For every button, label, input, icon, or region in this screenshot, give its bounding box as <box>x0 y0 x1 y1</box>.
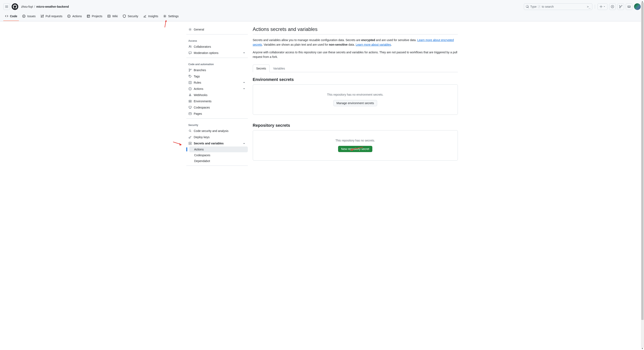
annotation-arrow-new-secret <box>349 146 364 152</box>
svg-point-16 <box>190 96 191 96</box>
tab-projects[interactable]: Projects <box>85 12 104 21</box>
tab-secrets[interactable]: Secrets <box>253 64 270 72</box>
svg-point-6 <box>164 16 166 17</box>
sidebar-sub-label: Actions <box>194 148 204 151</box>
tab-label: Insights <box>148 14 158 18</box>
tab-pull-requests[interactable]: Pull requests <box>39 12 64 21</box>
tab-label: Settings <box>168 14 179 18</box>
tab-wiki[interactable]: Wiki <box>106 12 119 21</box>
description-2: Anyone with collaborator access to this … <box>253 50 458 59</box>
issues-button[interactable] <box>609 3 616 10</box>
key-icon <box>188 136 192 139</box>
tab-actions[interactable]: Actions <box>66 12 84 21</box>
env-empty-text: This repository has no environment secre… <box>327 93 384 96</box>
sidebar-item-code-security[interactable]: Code security and analysis <box>186 128 248 134</box>
sidebar-item-secrets-variables[interactable]: Secrets and variables <box>186 140 248 146</box>
tab-label: Wiki <box>112 14 118 18</box>
sidebar-sub-actions[interactable]: Actions <box>189 146 248 152</box>
tab-label: Issues <box>27 14 36 18</box>
pr-icon <box>40 14 44 18</box>
server-icon <box>188 100 192 103</box>
code-icon <box>5 14 8 18</box>
breadcrumb-sep: / <box>34 5 35 8</box>
webhook-icon <box>188 93 192 97</box>
sidebar-heading-security: Security <box>186 120 248 128</box>
sidebar-sub-label: Dependabot <box>194 159 210 163</box>
tab-label: Code <box>10 14 17 18</box>
sidebar-item-label: Webhooks <box>194 93 208 97</box>
sidebar-item-label: Deploy keys <box>194 136 210 139</box>
sidebar-item-label: Code security and analysis <box>194 129 228 132</box>
svg-point-1 <box>612 6 613 7</box>
svg-rect-20 <box>189 106 191 108</box>
svg-rect-5 <box>87 15 90 18</box>
search-key: / <box>538 5 540 8</box>
svg-point-9 <box>189 69 190 70</box>
sidebar-item-codespaces[interactable]: Codespaces <box>186 104 248 110</box>
annotation-arrow-secrets <box>173 141 183 146</box>
github-logo[interactable] <box>12 3 18 10</box>
sidebar-item-moderation[interactable]: Moderation options <box>186 50 248 56</box>
repository-secrets-box: This repository has no secrets. New repo… <box>253 130 458 160</box>
tab-label: Projects <box>92 14 102 18</box>
sidebar-item-webhooks[interactable]: Webhooks <box>186 92 248 98</box>
issue-icon <box>22 14 26 18</box>
svg-rect-21 <box>189 113 191 115</box>
sidebar-item-collaborators[interactable]: Collaborators <box>186 44 248 50</box>
sidebar-sub-codespaces[interactable]: Codespaces <box>189 152 248 158</box>
repo-empty-text: This repository has no secrets. <box>336 139 375 142</box>
sidebar-heading-access: Access <box>186 36 248 44</box>
pull-requests-button[interactable] <box>618 3 624 10</box>
sidebar-item-rules[interactable]: Rules <box>186 80 248 86</box>
svg-point-12 <box>189 76 190 76</box>
repo-link[interactable]: micro-weather-backend <box>36 5 69 8</box>
tab-variables[interactable]: Variables <box>270 64 288 72</box>
owner-link[interactable]: zhou-fuyi <box>21 5 33 8</box>
tab-code[interactable]: Code <box>3 12 19 21</box>
tab-label: Actions <box>72 14 82 18</box>
add-button[interactable] <box>598 3 608 10</box>
link-variables[interactable]: Learn more about variables <box>356 43 391 46</box>
svg-point-17 <box>190 94 190 94</box>
search-placeholder-post: to search <box>542 5 554 8</box>
sidebar-item-actions[interactable]: Actions <box>186 86 248 92</box>
search-icon <box>526 5 529 8</box>
sidebar-item-deploy-keys[interactable]: Deploy keys <box>186 134 248 140</box>
tab-label: Pull requests <box>46 14 62 18</box>
tab-security[interactable]: Security <box>121 12 140 21</box>
breadcrumb: zhou-fuyi / micro-weather-backend <box>21 5 69 8</box>
chevron-down-icon <box>242 81 246 84</box>
sidebar-item-label: Pages <box>194 112 202 115</box>
people-icon <box>188 45 192 48</box>
shield-search-icon <box>188 129 192 132</box>
play-icon <box>67 14 70 18</box>
chevron-down-icon <box>242 87 246 90</box>
tab-insights[interactable]: Insights <box>142 12 160 21</box>
scrollbar[interactable] <box>641 2 644 172</box>
tab-settings[interactable]: Settings <box>162 12 180 21</box>
chevron-up-icon <box>242 142 246 145</box>
inbox-button[interactable] <box>626 3 632 10</box>
sidebar-item-pages[interactable]: Pages <box>186 110 248 117</box>
sidebar-item-tags[interactable]: Tags <box>186 73 248 80</box>
play-icon <box>188 87 192 90</box>
sidebar-sub-label: Codespaces <box>194 154 210 157</box>
hamburger-button[interactable] <box>3 3 10 10</box>
sidebar-item-label: Actions <box>194 87 204 90</box>
search-input[interactable]: Type / to search >_ <box>524 3 592 10</box>
sidebar-item-label: Secrets and variables <box>194 142 224 145</box>
avatar[interactable] <box>634 3 641 10</box>
tab-issues[interactable]: Issues <box>20 12 37 21</box>
description-1: Secrets and variables allow you to manag… <box>253 38 458 47</box>
sidebar-item-branches[interactable]: Branches <box>186 67 248 73</box>
tag-icon <box>188 75 192 78</box>
manage-env-secrets-button[interactable]: Manage environment secrets <box>333 100 377 106</box>
svg-point-8 <box>189 46 190 47</box>
scroll-up-icon: ▲ <box>641 0 644 3</box>
browser-icon <box>188 112 192 115</box>
sidebar-item-environments[interactable]: Environments <box>186 98 248 104</box>
svg-point-10 <box>189 71 190 72</box>
sidebar-item-general[interactable]: General <box>186 26 248 32</box>
sidebar-sub-dependabot[interactable]: Dependabot <box>189 158 248 164</box>
chevron-down-icon <box>242 51 246 54</box>
